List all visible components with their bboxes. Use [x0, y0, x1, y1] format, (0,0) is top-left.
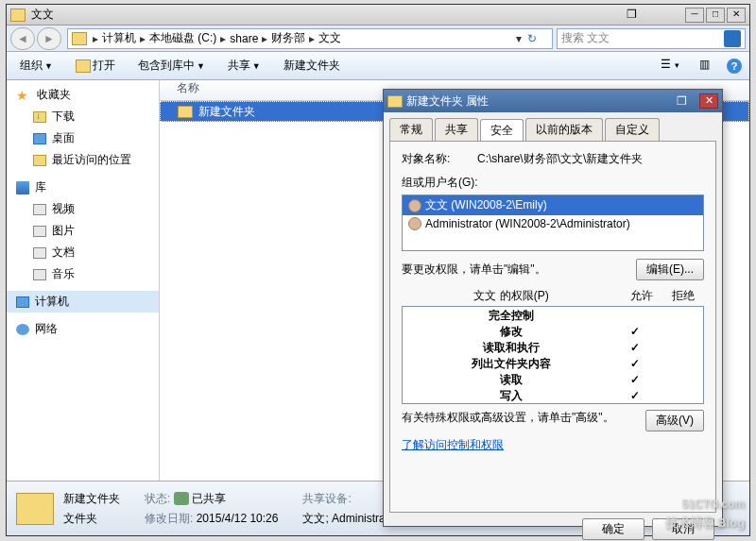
close-button[interactable]: ✕	[727, 8, 746, 23]
include-menu[interactable]: 包含到库中▼	[132, 55, 211, 76]
sidebar-network[interactable]: 网络	[7, 318, 159, 340]
dialog-titlebar[interactable]: 新建文件夹 属性 ❐ ✕	[384, 90, 722, 112]
sidebar-item-desktop[interactable]: 桌面	[7, 127, 159, 149]
groups-label: 组或用户名(G):	[402, 175, 704, 191]
tab-custom[interactable]: 自定义	[605, 118, 660, 141]
learn-link[interactable]: 了解访问控制和权限	[402, 437, 504, 453]
picture-icon	[33, 226, 46, 237]
preview-pane-button[interactable]: ▥	[693, 57, 715, 76]
sidebar-item-downloads[interactable]: 下载	[7, 106, 159, 127]
user-item[interactable]: 文文 (WIN2008-2\Emily)	[403, 195, 703, 215]
search-placeholder: 搜索 文文	[561, 30, 724, 46]
crumb[interactable]: 财务部	[269, 30, 307, 46]
cascade-icon: ❐	[627, 8, 645, 23]
network-icon	[16, 324, 29, 335]
help-icon[interactable]: ?	[727, 59, 742, 74]
toolbar: 组织▼ 打开 包含到库中▼ 共享▼ 新建文件夹 ☰ ▾ ▥ ?	[7, 52, 749, 80]
tab-previous[interactable]: 以前的版本	[525, 118, 603, 141]
sidebar: ★收藏夹 下载 桌面 最近访问的位置 库 视频 图片 文档 音乐 计算机 网络	[7, 80, 160, 511]
sidebar-libraries[interactable]: 库	[7, 177, 159, 198]
folder-icon	[16, 493, 54, 525]
dialog-close-button[interactable]: ✕	[699, 93, 718, 109]
forward-button[interactable]: ►	[37, 27, 61, 50]
tabs: 常规 共享 安全 以前的版本 自定义	[384, 112, 722, 141]
address-row: ◄ ► ▸ 计算机▸ 本地磁盘 (C:)▸ share▸ 财务部▸ 文文 ▾ ↻…	[7, 25, 749, 52]
document-icon	[33, 247, 46, 259]
refresh-icon[interactable]: ↻	[527, 32, 548, 45]
user-list[interactable]: 文文 (WIN2008-2\Emily) Administrator (WIN2…	[402, 194, 704, 251]
advanced-button[interactable]: 高级(V)	[645, 410, 704, 431]
permission-row[interactable]: 写入✓	[403, 387, 703, 403]
sidebar-item-music[interactable]: 音乐	[7, 263, 159, 285]
downloads-icon	[33, 111, 46, 123]
tab-panel-security: 对象名称: C:\share\财务部\文文\新建文件夹 组或用户名(G): 文文…	[389, 141, 716, 513]
crumb[interactable]: 计算机	[100, 30, 138, 46]
titlebar[interactable]: 文文 ❐ ─ □ ✕	[7, 5, 749, 25]
minimize-button[interactable]: ─	[685, 8, 704, 23]
status-name: 新建文件夹	[63, 491, 120, 507]
library-icon	[16, 181, 29, 194]
search-icon[interactable]	[724, 30, 741, 47]
object-label: 对象名称:	[402, 151, 477, 167]
sidebar-computer[interactable]: 计算机	[7, 291, 159, 313]
desktop-icon	[33, 133, 46, 144]
permission-row[interactable]: 读取✓	[403, 371, 703, 387]
edit-hint: 要更改权限，请单击"编辑"。	[402, 262, 636, 278]
advanced-hint: 有关特殊权限或高级设置，请单击"高级"。	[402, 410, 636, 426]
status-type: 文件夹	[63, 511, 120, 527]
open-icon	[76, 59, 91, 73]
video-icon	[33, 204, 46, 215]
star-icon: ★	[16, 88, 31, 103]
col-deny: 拒绝	[662, 288, 704, 304]
dialog-title: 新建文件夹 属性	[406, 93, 677, 110]
file-name: 新建文件夹	[198, 104, 255, 120]
sidebar-item-documents[interactable]: 文档	[7, 242, 159, 263]
ok-button[interactable]: 确定	[582, 518, 644, 540]
tab-sharing[interactable]: 共享	[435, 118, 478, 141]
music-icon	[33, 269, 46, 280]
sidebar-item-pictures[interactable]: 图片	[7, 220, 159, 242]
permission-row[interactable]: 读取和执行✓	[403, 339, 703, 355]
folder-icon	[72, 32, 87, 45]
maximize-button[interactable]: □	[706, 8, 725, 23]
tab-security[interactable]: 安全	[480, 119, 524, 142]
new-folder-button[interactable]: 新建文件夹	[278, 55, 346, 76]
crumb[interactable]: 本地磁盘 (C:)	[147, 30, 218, 46]
user-icon	[408, 217, 421, 230]
organize-menu[interactable]: 组织▼	[14, 55, 59, 76]
folder-icon	[10, 8, 26, 22]
object-path: C:\share\财务部\文文\新建文件夹	[477, 151, 643, 167]
search-input[interactable]: 搜索 文文	[557, 28, 746, 49]
users-icon	[174, 492, 189, 505]
user-item[interactable]: Administrator (WIN2008-2\Administrator)	[403, 215, 703, 232]
cascade-icon: ❐	[677, 94, 694, 108]
open-button[interactable]: 打开	[70, 55, 121, 76]
computer-icon	[16, 296, 29, 308]
user-icon	[408, 199, 421, 212]
permission-row[interactable]: 列出文件夹内容✓	[403, 355, 703, 371]
crumb[interactable]: share	[228, 32, 260, 45]
folder-icon	[387, 95, 403, 108]
permission-row[interactable]: 修改✓	[403, 323, 703, 339]
permission-list[interactable]: 完全控制修改✓读取和执行✓列出文件夹内容✓读取✓写入✓	[402, 306, 704, 404]
window-title: 文文	[31, 7, 627, 23]
col-allow: 允许	[621, 288, 662, 304]
share-menu[interactable]: 共享▼	[222, 55, 266, 76]
crumb[interactable]: 文文	[317, 30, 343, 46]
folder-icon	[178, 106, 193, 118]
view-menu[interactable]: ☰ ▾	[659, 57, 681, 76]
permission-row[interactable]: 完全控制	[403, 307, 703, 323]
back-button[interactable]: ◄	[10, 27, 35, 50]
recent-icon	[33, 155, 46, 166]
sidebar-item-video[interactable]: 视频	[7, 198, 159, 220]
history-dropdown-icon[interactable]: ▾	[514, 32, 524, 45]
edit-button[interactable]: 编辑(E)...	[636, 259, 704, 280]
breadcrumb[interactable]: ▸ 计算机▸ 本地磁盘 (C:)▸ share▸ 财务部▸ 文文 ▾ ↻	[67, 28, 553, 49]
properties-dialog: 新建文件夹 属性 ❐ ✕ 常规 共享 安全 以前的版本 自定义 对象名称: C:…	[383, 89, 723, 527]
watermark: 51CTO.com 技术博客 Blog	[665, 484, 746, 532]
tab-general[interactable]: 常规	[389, 118, 433, 141]
sidebar-item-recent[interactable]: 最近访问的位置	[7, 149, 159, 171]
perm-label: 文文 的权限(P)	[402, 288, 621, 304]
sidebar-favorites[interactable]: ★收藏夹	[7, 84, 159, 106]
